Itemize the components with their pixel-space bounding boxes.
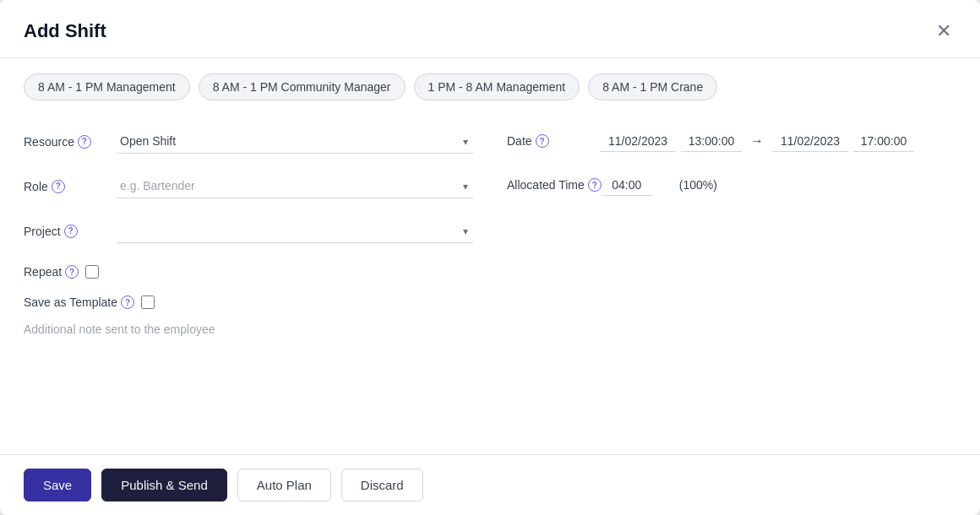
date-range: 11/02/2023 13:00:00 → 11/02/2023 17:00:0… [600, 131, 956, 152]
allocated-time-values: 04:00 (100%) [602, 175, 956, 196]
role-row: Role ? e.g. Bartender ▾ [24, 164, 473, 209]
repeat-label: Repeat ? [24, 265, 79, 279]
repeat-help-icon[interactable]: ? [65, 265, 79, 279]
allocated-time-row: Allocated Time ? 04:00 (100%) [507, 163, 956, 207]
date-label: Date ? [507, 134, 600, 148]
save-as-template-checkbox[interactable] [141, 295, 155, 309]
allocated-time-label: Allocated Time ? [507, 178, 602, 192]
add-shift-modal: Add Shift ✕ 8 AM - 1 PM Management 8 AM … [0, 0, 980, 515]
save-as-template-help-icon[interactable]: ? [121, 295, 134, 309]
project-select[interactable] [117, 219, 473, 243]
date-row: Date ? 11/02/2023 13:00:00 → 11/02/2023 … [507, 119, 956, 163]
role-label: Role ? [24, 180, 117, 193]
modal-footer: Save Publish & Send Auto Plan Discard [0, 454, 980, 515]
allocated-time-help-icon[interactable]: ? [588, 178, 602, 192]
preset-tab-2[interactable]: 8 AM - 1 PM Community Manager [199, 73, 406, 100]
resource-row: Resource ? Open Shift ▾ [24, 119, 473, 164]
project-label: Project ? [24, 225, 117, 238]
allocated-time-percentage: (100%) [679, 178, 717, 192]
allocated-time-value: 04:00 [602, 175, 652, 196]
save-button[interactable]: Save [24, 469, 91, 501]
date-control: 11/02/2023 13:00:00 → 11/02/2023 17:00:0… [600, 131, 956, 152]
discard-button[interactable]: Discard [341, 469, 423, 501]
preset-tab-1[interactable]: 8 AM - 1 PM Management [24, 73, 190, 100]
start-time-value[interactable]: 13:00:00 [681, 131, 742, 152]
auto-plan-button[interactable]: Auto Plan [237, 469, 331, 501]
preset-tab-3[interactable]: 1 PM - 8 AM Management [414, 73, 580, 100]
end-date-value[interactable]: 11/02/2023 [772, 131, 848, 152]
publish-send-button[interactable]: Publish & Send [101, 469, 227, 501]
preset-tabs-container: 8 AM - 1 PM Management 8 AM - 1 PM Commu… [0, 58, 980, 112]
resource-select[interactable]: Open Shift [117, 129, 473, 154]
save-as-template-label: Save as Template ? [24, 295, 134, 309]
repeat-checkbox[interactable] [85, 265, 99, 279]
start-date-value[interactable]: 11/02/2023 [600, 131, 676, 152]
role-help-icon[interactable]: ? [52, 180, 65, 193]
close-button[interactable]: ✕ [931, 19, 956, 44]
modal-title: Add Shift [24, 20, 106, 42]
role-select[interactable]: e.g. Bartender [117, 174, 473, 198]
repeat-row: Repeat ? [24, 257, 473, 287]
role-control: e.g. Bartender ▾ [117, 174, 473, 198]
date-arrow-icon: → [747, 133, 767, 149]
preset-tab-4[interactable]: 8 AM - 1 PM Crane [588, 73, 717, 100]
project-row: Project ? ▾ [24, 209, 473, 253]
form-left: Resource ? Open Shift ▾ Role ? [24, 119, 473, 346]
resource-label: Resource ? [24, 135, 117, 149]
allocated-time-control: 04:00 (100%) [602, 175, 956, 196]
form-grid: Resource ? Open Shift ▾ Role ? [24, 119, 956, 346]
note-placeholder-text: Additional note sent to the employee [24, 317, 473, 346]
project-control: ▾ [117, 219, 473, 243]
save-as-template-row: Save as Template ? [24, 287, 473, 317]
date-help-icon[interactable]: ? [536, 134, 549, 148]
project-help-icon[interactable]: ? [64, 225, 78, 238]
form-body: Resource ? Open Shift ▾ Role ? [0, 112, 980, 454]
resource-control: Open Shift ▾ [117, 129, 473, 154]
end-time-value[interactable]: 17:00:00 [853, 131, 914, 152]
form-right: Date ? 11/02/2023 13:00:00 → 11/02/2023 … [507, 119, 956, 346]
extra-rows: Repeat ? Save as Template ? [24, 257, 473, 346]
resource-help-icon[interactable]: ? [78, 135, 91, 149]
modal-header: Add Shift ✕ [0, 0, 980, 58]
